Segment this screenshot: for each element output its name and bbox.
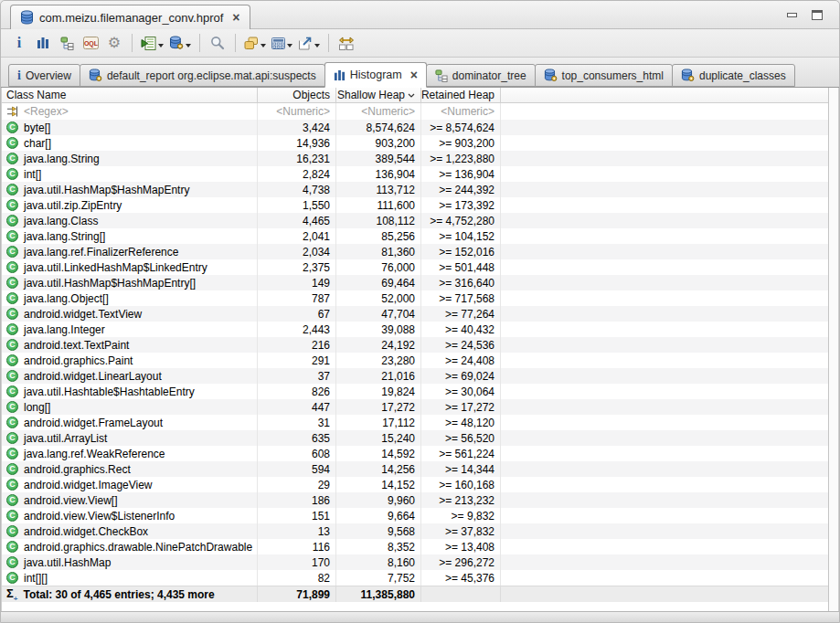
table-row[interactable]: Cchar[]14,936903,200>= 903,200 (2, 135, 828, 151)
objects-cell: 3,424 (258, 120, 336, 135)
table-row[interactable]: Cbyte[]3,4248,574,624>= 8,574,624 (2, 120, 828, 135)
tab-duplicate-classes[interactable]: duplicate_classes (672, 64, 795, 87)
column-header-retained-heap[interactable]: Retained Heap (421, 88, 501, 102)
group-by-button[interactable] (242, 32, 268, 54)
class-name-cell: Cjava.util.Hashtable$HashtableEntry (2, 384, 258, 399)
tab-label: dominator_tree (452, 69, 526, 82)
table-row[interactable]: Clong[]44717,272>= 17,272 (2, 399, 828, 415)
shallow-heap-filter-input[interactable]: <Numeric> (336, 103, 421, 120)
calculator-button[interactable] (270, 32, 294, 54)
minimize-icon[interactable] (787, 13, 797, 17)
table-row[interactable]: Candroid.text.TextPaint21624,192>= 24,53… (2, 337, 828, 353)
table-row[interactable]: Cjava.util.HashMap1708,160>= 296,272 (2, 554, 828, 570)
toolbar: i (1, 29, 839, 58)
retained-heap-cell: >= 17,272 (421, 399, 501, 415)
total-row[interactable]: Σ+ Total: 30 of 4,465 entries; 4,435 mor… (2, 586, 828, 602)
table-row[interactable]: Candroid.graphics.Paint29123,280>= 24,40… (2, 353, 828, 368)
column-header-objects[interactable]: Objects (258, 88, 336, 102)
table-row[interactable]: Cint[][]827,752>= 45,376 (2, 570, 828, 586)
info-button[interactable]: i (8, 32, 30, 54)
table-row[interactable]: Cjava.util.LinkedHashMap$LinkedEntry2,37… (2, 259, 828, 275)
retained-heap-filter-input[interactable]: <Numeric> (421, 103, 501, 120)
settings-button[interactable]: ⚙ (103, 32, 125, 54)
vertical-scrollbar[interactable] (828, 88, 838, 611)
table-row[interactable]: Cjava.util.zip.ZipEntry1,550111,600>= 17… (2, 197, 828, 213)
query-browser-button[interactable] (139, 32, 165, 54)
table-row[interactable]: Cjava.lang.Integer2,44339,088>= 40,432 (2, 322, 828, 337)
table-row[interactable]: Cjava.lang.Class4,465108,112>= 4,752,280 (2, 213, 828, 228)
table-row[interactable]: Candroid.widget.FrameLayout3117,112>= 48… (2, 415, 828, 430)
total-retained-heap-cell (421, 586, 501, 602)
table-row[interactable]: Cjava.lang.String[]2,04185,256>= 104,152 (2, 228, 828, 244)
dominator-tree-button[interactable] (56, 32, 78, 54)
histogram-icon (37, 37, 49, 49)
export-button[interactable] (296, 32, 322, 54)
histogram-button[interactable] (32, 32, 54, 54)
shallow-heap-cell: 14,256 (336, 461, 421, 477)
table-row[interactable]: Cjava.lang.String16,231389,544>= 1,223,8… (2, 151, 828, 166)
shallow-heap-cell: 389,544 (336, 151, 421, 166)
regex-filter-input[interactable]: <Regex> (2, 103, 258, 120)
sigma-icon: Σ+ (6, 586, 17, 602)
dropdown-caret (314, 44, 320, 48)
objects-cell: 116 (258, 539, 336, 554)
table-row[interactable]: Cjava.util.Hashtable$HashtableEntry82619… (2, 384, 828, 399)
table-row[interactable]: Candroid.widget.LinearLayout3721,016>= 6… (2, 368, 828, 384)
table-row[interactable]: Cjava.util.HashMap$HashMapEntry[]14969,4… (2, 275, 828, 290)
editor-tab-close-icon[interactable]: × (232, 11, 239, 24)
tab-close-icon[interactable]: × (410, 69, 418, 81)
tab-dominator-tree[interactable]: dominator_tree (426, 64, 536, 87)
table-row[interactable]: Candroid.graphics.drawable.NinePatchDraw… (2, 539, 828, 554)
maximize-icon[interactable] (812, 10, 823, 20)
class-name-cell: Candroid.widget.LinearLayout (2, 368, 258, 384)
acquire-heap-dump-button[interactable] (167, 32, 193, 54)
table-row[interactable]: Candroid.widget.CheckBox139,568>= 37,832 (2, 523, 828, 539)
table-row[interactable]: Candroid.graphics.Rect59414,256>= 14,344 (2, 461, 828, 477)
search-button[interactable] (207, 32, 229, 54)
table-row[interactable]: Cjava.lang.Object[]78752,000>= 717,568 (2, 290, 828, 306)
retained-heap-cell: >= 104,152 (421, 228, 501, 244)
retained-heap-cell: >= 501,448 (421, 259, 501, 275)
shallow-heap-cell: 8,352 (336, 539, 421, 554)
class-name-cell: Cjava.lang.Object[] (2, 290, 258, 306)
table-row[interactable]: Cjava.util.HashMap$HashMapEntry4,738113,… (2, 182, 828, 197)
tab-histogram[interactable]: Histogram × (324, 62, 427, 88)
tab-default-report-suspects[interactable]: default_report org.eclipse.mat.api:suspe… (80, 64, 325, 87)
class-name-cell: Clong[] (2, 399, 258, 415)
class-icon: C (6, 479, 18, 491)
class-icon: C (6, 556, 18, 568)
mat-window: com.meizu.filemanager_conv.hprof × i (0, 0, 840, 623)
calculator-icon (271, 37, 285, 49)
table-row[interactable]: Candroid.widget.TextView6747,704>= 77,26… (2, 306, 828, 322)
table-row[interactable]: Cjava.lang.ref.FinalizerReference2,03481… (2, 244, 828, 259)
sort-descending-icon (408, 93, 415, 98)
objects-filter-input[interactable]: <Numeric> (258, 103, 336, 120)
class-icon: C (6, 541, 18, 553)
histogram-icon (334, 69, 346, 81)
table-row[interactable]: Cint[]2,824136,904>= 136,904 (2, 166, 828, 182)
table-row[interactable]: Cjava.util.ArrayList63515,240>= 56,520 (2, 430, 828, 446)
editor-tab-hprof[interactable]: com.meizu.filemanager_conv.hprof × (10, 5, 250, 29)
objects-cell: 29 (258, 477, 336, 492)
dropdown-caret (158, 44, 164, 48)
shallow-heap-cell: 7,752 (336, 570, 421, 586)
tab-overview[interactable]: i Overview (8, 64, 80, 87)
table-row[interactable]: Cjava.lang.ref.WeakReference60814,592>= … (2, 446, 828, 461)
table-row[interactable]: Candroid.view.View[]1869,960>= 213,232 (2, 492, 828, 508)
class-name-cell: Cjava.util.HashMap$HashMapEntry (2, 182, 258, 197)
objects-cell: 31 (258, 415, 336, 430)
class-name-cell: Candroid.view.View[] (2, 492, 258, 508)
svg-text:OQL: OQL (83, 40, 98, 48)
retained-heap-cell: >= 4,752,280 (421, 213, 501, 228)
shallow-heap-cell: 81,360 (336, 244, 421, 259)
class-icon: C (6, 199, 18, 211)
table-row[interactable]: Candroid.widget.ImageView2914,152>= 160,… (2, 477, 828, 492)
column-header-class-name[interactable]: Class Name (2, 88, 258, 102)
compare-tables-button[interactable] (335, 32, 357, 54)
tab-top-consumers-html[interactable]: top_consumers_html (535, 64, 673, 87)
objects-cell: 2,041 (258, 228, 336, 244)
oql-button[interactable]: OQL (80, 32, 101, 54)
table-row[interactable]: Candroid.view.View$ListenerInfo1519,664>… (2, 508, 828, 523)
objects-cell: 594 (258, 461, 336, 477)
column-header-shallow-heap[interactable]: Shallow Heap (336, 88, 421, 102)
